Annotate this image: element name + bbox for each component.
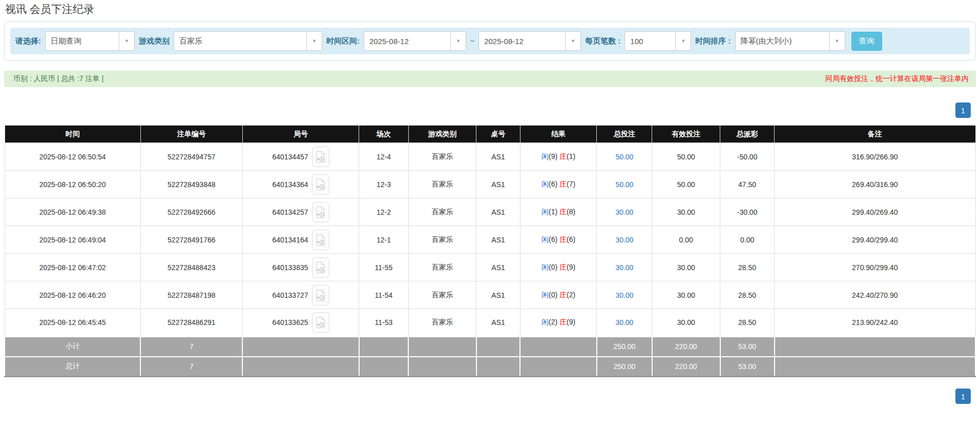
video-file-icon: [316, 234, 325, 246]
video-replay-button[interactable]: [312, 285, 329, 305]
cell-valid-bet: 30.00: [652, 309, 720, 337]
sort-order-value: 降幂(由大到小): [736, 32, 829, 50]
cell-total-bet: 50.00: [597, 171, 652, 198]
subtotal-row-cell-9: 53.00: [720, 337, 775, 357]
round-id-value: 640134457: [272, 153, 308, 161]
cell-session: 11-54: [359, 281, 409, 309]
total-bet-link[interactable]: 30.00: [615, 263, 633, 272]
cell-bet-id: 522728494757: [140, 143, 242, 171]
result-banker-value: (2): [567, 291, 575, 299]
chevron-down-icon[interactable]: ▼: [675, 32, 691, 50]
cell-session: 12-2: [359, 198, 409, 226]
query-type-select[interactable]: 日期查询 ▼: [45, 31, 135, 51]
result-player-value: (6): [549, 235, 559, 243]
sort-order-select[interactable]: 降幂(由大到小) ▼: [735, 31, 845, 51]
total-bet-link[interactable]: 50.00: [615, 180, 633, 189]
cell-remark: 299.40/299.40: [775, 226, 975, 254]
result-player-label: 闲: [541, 235, 549, 243]
cell-table-id: AS1: [476, 254, 520, 281]
total-bet-link[interactable]: 30.00: [615, 291, 633, 299]
column-header: 总投注: [597, 126, 652, 143]
chevron-down-icon[interactable]: ▼: [829, 32, 845, 50]
total-bet-link[interactable]: 30.00: [615, 236, 633, 244]
result-player-label: 闲: [541, 208, 549, 216]
game-type-select[interactable]: 百家乐 ▼: [174, 31, 322, 51]
video-replay-button[interactable]: [312, 230, 329, 250]
cell-result: 闲(9) 庄(1): [520, 143, 597, 171]
total-row-cell-3: [359, 357, 409, 377]
table-row: 2025-08-12 06:45:45522728486291640133625…: [5, 309, 975, 337]
total-row: 总计7250.00220.0053.00: [5, 357, 975, 377]
video-replay-button[interactable]: [312, 202, 329, 222]
cell-valid-bet: 50.00: [652, 171, 720, 198]
subtotal-row-cell-4: [408, 337, 476, 357]
video-replay-button[interactable]: [312, 174, 329, 195]
total-row-cell-4: [408, 357, 476, 377]
pagination-page-button[interactable]: 1: [955, 103, 971, 118]
cell-total-bet: 50.00: [597, 143, 652, 171]
cell-payout: 47.50: [720, 171, 775, 198]
total-row-cell-5: [476, 357, 520, 377]
total-row-cell-8: 220.00: [652, 357, 720, 377]
subtotal-row-cell-1: 7: [140, 337, 242, 357]
column-header: 游戏类别: [408, 126, 476, 143]
cell-remark: 242.40/270.90: [775, 281, 975, 309]
cell-result: 闲(2) 庄(9): [520, 309, 597, 337]
result-player-value: (9): [549, 152, 559, 160]
cell-valid-bet: 30.00: [652, 198, 720, 226]
cell-bet-id: 522728486291: [140, 309, 242, 337]
video-replay-button[interactable]: [312, 147, 329, 167]
date-from-value: 2025-08-12: [364, 32, 450, 50]
result-banker-value: (9): [567, 263, 575, 271]
cell-payout: 28.50: [720, 309, 775, 337]
total-bet-link[interactable]: 30.00: [615, 318, 633, 327]
chevron-down-icon[interactable]: ▼: [565, 32, 580, 50]
subtotal-row-cell-0: 小计: [5, 337, 140, 357]
video-replay-button[interactable]: [312, 257, 329, 278]
table-row: 2025-08-12 06:49:38522728492666640134257…: [5, 198, 975, 226]
date-to-select[interactable]: 2025-08-12 ▼: [478, 31, 581, 51]
result-banker-label: 庄: [559, 318, 567, 326]
cell-time: 2025-08-12 06:45:45: [5, 309, 140, 337]
cell-result: 闲(6) 庄(7): [520, 171, 597, 198]
round-id-value: 640134364: [272, 180, 308, 189]
chevron-down-icon[interactable]: ▼: [450, 32, 466, 50]
cell-session: 12-3: [359, 171, 409, 198]
cell-bet-id: 522728488423: [140, 254, 242, 281]
chevron-down-icon[interactable]: ▼: [119, 32, 134, 50]
summary-bar: 币别 : 人民币 | 总共 :7 注单 | 同局有效投注，统一计算在该局第一张注…: [4, 71, 976, 87]
cell-session: 11-55: [359, 254, 409, 281]
cell-time: 2025-08-12 06:49:04: [5, 226, 140, 254]
total-bet-link[interactable]: 30.00: [615, 208, 633, 216]
cell-time: 2025-08-12 06:49:38: [5, 198, 140, 226]
column-header: 结果: [520, 126, 597, 143]
cell-payout: 28.50: [720, 281, 775, 309]
round-id-value: 640134257: [272, 208, 308, 216]
video-replay-button[interactable]: [312, 312, 329, 333]
cell-time: 2025-08-12 06:50:20: [5, 171, 140, 198]
column-header: 局号: [242, 126, 359, 143]
cell-total-bet: 30.00: [597, 281, 652, 309]
cell-round-id: 640134164: [242, 226, 359, 254]
cell-total-bet: 30.00: [597, 254, 652, 281]
summary-notice: 同局有效投注，统一计算在该局第一张注单内: [825, 74, 969, 84]
search-button[interactable]: 查询: [851, 32, 882, 51]
cell-time: 2025-08-12 06:50:54: [5, 143, 140, 171]
total-bet-link[interactable]: 50.00: [615, 153, 633, 161]
cell-game-type: 百家乐: [408, 198, 476, 226]
round-id-group: 640134164: [243, 230, 359, 250]
cell-result: 闲(6) 庄(6): [520, 226, 597, 254]
subtotal-row-cell-6: [520, 337, 597, 357]
round-id-group: 640133727: [243, 285, 359, 305]
pagination-page-button[interactable]: 1: [955, 389, 971, 404]
round-id-group: 640133835: [243, 257, 359, 278]
result-banker-value: (8): [567, 208, 575, 216]
page-size-select[interactable]: 100 ▼: [624, 31, 691, 51]
cell-payout: -30.00: [720, 198, 775, 226]
date-from-select[interactable]: 2025-08-12 ▼: [364, 31, 466, 51]
cell-session: 12-1: [359, 226, 409, 254]
total-row-cell-1: 7: [140, 357, 242, 377]
table-row: 2025-08-12 06:50:54522728494757640134457…: [5, 143, 975, 171]
chevron-down-icon[interactable]: ▼: [306, 32, 322, 50]
cell-round-id: 640133835: [242, 254, 359, 281]
